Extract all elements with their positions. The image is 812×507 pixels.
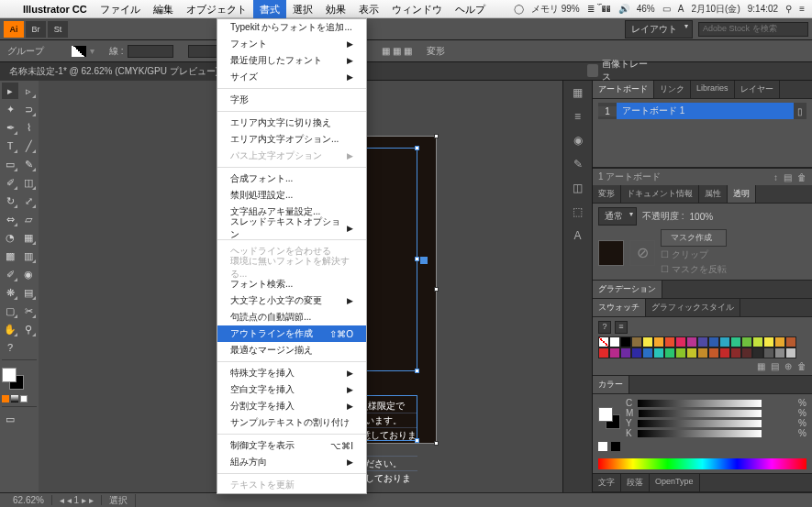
menu-type[interactable]: 書式	[253, 0, 286, 18]
eraser-tool[interactable]: ◫	[20, 174, 37, 191]
swatch[interactable]	[686, 347, 697, 358]
symbol-sprayer-tool[interactable]: ❋	[2, 284, 18, 301]
swatch[interactable]	[741, 347, 752, 358]
graph-tool[interactable]: ▤	[20, 284, 37, 301]
menu-item[interactable]: 空白文字を挿入▶	[217, 381, 366, 398]
swatch[interactable]	[664, 336, 675, 347]
selection-tool[interactable]: ▸	[2, 83, 18, 99]
app-name[interactable]: Illustrator CC	[17, 0, 94, 18]
menu-item[interactable]: アウトラインを作成⇧⌘O	[217, 325, 366, 342]
direct-selection-tool[interactable]: ▹	[20, 83, 37, 99]
tab-artboards[interactable]: アートボード	[593, 81, 654, 98]
swatch[interactable]	[774, 347, 785, 358]
swatch[interactable]	[719, 347, 730, 358]
swatch[interactable]	[719, 336, 730, 347]
swatch[interactable]	[752, 336, 763, 347]
screen-mode[interactable]: ▭	[2, 411, 18, 427]
menu-item[interactable]: 大文字と小文字の変更▶	[217, 292, 366, 309]
m-slider[interactable]	[639, 410, 762, 417]
menu-help[interactable]: ヘルプ	[449, 0, 492, 18]
toggle-tool[interactable]: ?	[2, 339, 18, 356]
perspective-tool[interactable]: ▦	[20, 229, 37, 246]
ai-tab[interactable]: Ai	[4, 21, 24, 38]
st-tab[interactable]: St	[48, 21, 68, 38]
swatch[interactable]	[697, 336, 708, 347]
blend-tool[interactable]: ◉	[20, 266, 37, 282]
spotlight-icon[interactable]: ⚲	[785, 4, 792, 14]
document-tab[interactable]: 名称未設定-1* @ 62.62% (CMYK/GPU プレビュー) ×	[0, 62, 242, 81]
swatch[interactable]	[653, 336, 664, 347]
menu-item[interactable]: 組み方向▶	[217, 454, 366, 470]
shaper-tool[interactable]: ✐	[2, 174, 18, 191]
shape-builder-tool[interactable]: ◔	[2, 229, 18, 246]
menu-item[interactable]: 合成フォント...	[217, 171, 366, 187]
menu-item[interactable]: サンプルテキストの割り付け	[217, 414, 366, 431]
swatch[interactable]	[620, 336, 631, 347]
tab-links[interactable]: リンク	[654, 81, 691, 98]
mask-thumb[interactable]: ⊘	[629, 240, 655, 266]
tab-swatches[interactable]: スウォッチ	[593, 299, 646, 316]
swatch[interactable]	[730, 347, 741, 358]
swatch[interactable]	[741, 336, 752, 347]
make-mask-button[interactable]: マスク作成	[661, 229, 727, 247]
artboard-orient-icon[interactable]: ▯	[794, 106, 806, 116]
menu-item[interactable]: エリア内文字に切り換え	[217, 115, 366, 131]
ab-new-icon[interactable]: ▤	[784, 172, 792, 182]
rail-icon-3[interactable]: ◉	[570, 132, 586, 149]
tab-libraries[interactable]: Libraries	[691, 81, 735, 98]
eyedropper-tool[interactable]: ✐	[2, 266, 18, 282]
tab-opentype[interactable]: OpenType	[650, 474, 700, 491]
swatch[interactable]	[708, 347, 719, 358]
menu-item[interactable]: スレッドテキストオプション▶	[217, 220, 366, 237]
swatch[interactable]	[675, 336, 686, 347]
color-spectrum[interactable]	[598, 458, 806, 469]
mesh-tool[interactable]: ▩	[2, 248, 18, 264]
zoom-level[interactable]: 62.62%	[6, 495, 52, 505]
tab-paragraph[interactable]: 段落	[621, 474, 650, 491]
transparency-thumb[interactable]	[598, 240, 624, 266]
rail-icon-1[interactable]: ▦	[570, 84, 586, 101]
menu-file[interactable]: ファイル	[94, 0, 147, 18]
gradient-tool[interactable]: ▥	[20, 248, 37, 264]
type-tool[interactable]: T	[2, 138, 18, 154]
scale-tool[interactable]: ⤢	[20, 193, 37, 209]
stroke-weight[interactable]	[128, 45, 173, 58]
menu-item[interactable]: サイズ▶	[217, 69, 366, 85]
free-transform-tool[interactable]: ▱	[20, 211, 37, 227]
tab-color[interactable]: カラー	[593, 376, 629, 393]
menu-item[interactable]: 分割文字を挿入▶	[217, 398, 366, 414]
lasso-tool[interactable]: ⊃	[20, 101, 37, 117]
brush-tool[interactable]: ✎	[20, 156, 37, 172]
swatch[interactable]	[774, 336, 785, 347]
align-buttons[interactable]: ▦ ▦ ▦	[382, 46, 412, 56]
menu-item[interactable]: 字形	[217, 92, 366, 108]
menu-select[interactable]: 選択	[286, 0, 319, 18]
rectangle-tool[interactable]: ▭	[2, 156, 18, 172]
swatch[interactable]	[609, 347, 620, 358]
swatch[interactable]	[598, 347, 609, 358]
swatch[interactable]	[642, 347, 653, 358]
swatch-fill[interactable]: ?	[598, 321, 611, 334]
line-tool[interactable]: ╱	[20, 138, 37, 154]
swatch[interactable]	[785, 336, 796, 347]
menu-item[interactable]: 句読点の自動調節...	[217, 309, 366, 325]
y-slider[interactable]	[638, 420, 762, 427]
adobe-stock-search[interactable]: Adobe Stock を検索	[698, 22, 808, 37]
swatch[interactable]	[631, 347, 642, 358]
artboard-list-item[interactable]: 1 アートボード 1 ▯	[598, 103, 806, 119]
swatch[interactable]	[708, 336, 719, 347]
swatch[interactable]	[664, 347, 675, 358]
swatch[interactable]	[598, 336, 609, 347]
fill-stroke-swatch[interactable]	[2, 368, 24, 390]
swatch-foot-icon[interactable]: ▦	[757, 361, 765, 371]
c-slider[interactable]	[638, 400, 762, 407]
rail-icon-4[interactable]: ✎	[570, 156, 586, 172]
tab-docinfo[interactable]: ドキュメント情報	[621, 185, 699, 203]
menu-item[interactable]: 制御文字を表示⌥⌘I	[217, 437, 366, 454]
rotate-tool[interactable]: ↻	[2, 193, 18, 209]
menu-item[interactable]: フォント▶	[217, 36, 366, 52]
swatch[interactable]	[686, 336, 697, 347]
tab-transform[interactable]: 変形	[593, 185, 621, 203]
tab-layers[interactable]: レイヤー	[735, 81, 780, 98]
swatch[interactable]	[763, 336, 774, 347]
